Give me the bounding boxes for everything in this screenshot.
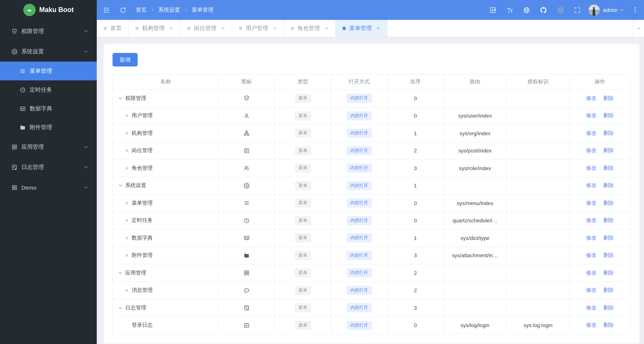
tabs-chevron-down-icon[interactable] — [633, 20, 644, 37]
edit-link[interactable]: 修改 — [586, 182, 596, 188]
row-expander-icon[interactable] — [124, 288, 129, 293]
tab-home[interactable]: 首页 — [97, 20, 129, 37]
fullscreen-icon[interactable] — [573, 6, 581, 14]
table-row: 系统设置 菜单 内部打开 1 修改 删除 — [113, 177, 630, 194]
tab-close-icon[interactable] — [221, 26, 225, 31]
row-expander-icon[interactable] — [124, 114, 129, 118]
edit-link[interactable]: 修改 — [586, 112, 596, 118]
row-expander-icon[interactable] — [118, 306, 123, 310]
delete-link[interactable]: 删除 — [603, 182, 614, 188]
delete-link[interactable]: 删除 — [603, 200, 614, 206]
sidebar-item-schedule[interactable]: 定时任务 — [0, 80, 97, 99]
add-button[interactable]: 新增 — [112, 53, 138, 67]
tab-menu[interactable]: 菜单管理 — [336, 20, 388, 37]
sidebar-item-menu[interactable]: 菜单管理 — [0, 62, 97, 80]
tab-role[interactable]: 角色管理 — [284, 20, 336, 37]
row-expander-icon[interactable] — [124, 236, 129, 240]
row-name: 岗位管理 — [132, 147, 153, 154]
id-card-icon — [218, 316, 275, 334]
edit-link[interactable]: 修改 — [586, 95, 596, 101]
tab-org[interactable]: 机构管理 — [129, 20, 180, 37]
edit-link[interactable]: 修改 — [586, 304, 596, 310]
sidebar: Maku Boot 权限管理 系统设置 菜单管理 定时任务 数据字典 附件管理 … — [0, 0, 97, 344]
username[interactable]: admin — [603, 7, 618, 13]
delete-link[interactable]: 删除 — [603, 235, 614, 241]
row-expander-icon[interactable] — [124, 166, 129, 170]
sidebar-item-demo[interactable]: Demo — [0, 177, 97, 198]
user-chevron-down-icon[interactable] — [620, 8, 624, 12]
sidebar-item-app[interactable]: 应用管理 — [0, 137, 97, 157]
sidebar-item-permission[interactable]: 权限管理 — [0, 21, 97, 41]
refresh-icon[interactable] — [119, 6, 127, 14]
table-row: 登录日志 菜单 内部打开 0 sys/log/login sys:log:log… — [113, 316, 630, 334]
row-expander-icon[interactable] — [118, 96, 123, 101]
chevron-down-icon — [84, 165, 88, 169]
content-card: 新增 名称图标类型打开方式排序路由授权标识操作 权限管理 菜单 内部打开 0 修… — [104, 44, 640, 343]
row-name: 机构管理 — [132, 130, 153, 137]
edit-link[interactable]: 修改 — [586, 322, 596, 328]
delete-link[interactable]: 删除 — [603, 252, 614, 258]
sidebar-item-system[interactable]: 系统设置 — [0, 41, 97, 62]
table-row: 机构管理 菜单 内部打开 1 sys/org/index 修改 删除 — [113, 124, 630, 142]
delete-link[interactable]: 删除 — [603, 112, 614, 118]
tab-dot — [342, 27, 346, 30]
delete-link[interactable]: 删除 — [603, 287, 614, 293]
delete-link[interactable]: 删除 — [603, 270, 614, 276]
breadcrumb-item-home[interactable]: 首页 — [136, 7, 147, 14]
type-badge: 菜单 — [295, 269, 311, 277]
row-name: 定时任务 — [132, 217, 153, 224]
tab-close-icon[interactable] — [324, 26, 328, 31]
edit-link[interactable]: 修改 — [586, 130, 596, 136]
row-route — [444, 177, 506, 194]
tab-close-icon[interactable] — [169, 26, 173, 31]
row-perm — [506, 90, 570, 107]
delete-link[interactable]: 删除 — [603, 165, 614, 171]
column-header: 图标 — [218, 74, 275, 90]
gitee-icon[interactable] — [556, 6, 564, 14]
delete-link[interactable]: 删除 — [603, 95, 614, 101]
chevron-down-icon — [84, 185, 88, 190]
sidebar-item-log[interactable]: 日志管理 — [0, 157, 97, 177]
delete-link[interactable]: 删除 — [603, 304, 614, 310]
row-expander-icon[interactable] — [124, 131, 129, 136]
edit-link[interactable]: 修改 — [586, 235, 596, 241]
edit-link[interactable]: 修改 — [586, 165, 596, 171]
edit-link[interactable]: 修改 — [586, 147, 596, 153]
avatar[interactable] — [588, 4, 600, 16]
row-expander-icon[interactable] — [124, 148, 129, 153]
tab-close-icon[interactable] — [273, 26, 277, 31]
delete-link[interactable]: 删除 — [603, 217, 614, 223]
table-row: 用户管理 菜单 内部打开 0 sys/user/index 修改 删除 — [113, 107, 630, 124]
tab-close-icon[interactable] — [376, 26, 380, 31]
edit-link[interactable]: 修改 — [586, 252, 596, 258]
app-logo: Maku Boot — [0, 0, 97, 20]
row-expander-icon[interactable] — [118, 184, 123, 188]
collapse-sidebar-icon[interactable] — [103, 6, 110, 14]
edit-link[interactable]: 修改 — [586, 200, 596, 206]
more-menu-icon[interactable] — [632, 7, 639, 14]
delete-link[interactable]: 删除 — [603, 147, 614, 153]
translate-icon[interactable] — [489, 6, 496, 14]
row-expander-icon[interactable] — [124, 323, 129, 328]
tab-user[interactable]: 用户管理 — [232, 20, 284, 37]
breadcrumb-item-system[interactable]: 系统设置 — [158, 7, 180, 14]
type-badge: 菜单 — [295, 112, 311, 120]
row-expander-icon[interactable] — [124, 201, 129, 205]
breadcrumb-item-menu[interactable]: 菜单管理 — [192, 7, 214, 14]
edit-link[interactable]: 修改 — [586, 270, 596, 276]
edit-link[interactable]: 修改 — [586, 217, 596, 223]
github-icon[interactable] — [540, 6, 547, 14]
tab-post[interactable]: 岗位管理 — [180, 20, 232, 37]
sidebar-item-dict[interactable]: 数据字典 — [0, 99, 97, 118]
delete-link[interactable]: 删除 — [603, 130, 614, 136]
sidebar-item-attachment[interactable]: 附件管理 — [0, 118, 97, 137]
edit-link[interactable]: 修改 — [586, 287, 596, 293]
globe-icon[interactable] — [523, 6, 530, 14]
row-expander-icon[interactable] — [124, 218, 129, 223]
font-size-icon[interactable] — [506, 6, 513, 14]
delete-link[interactable]: 删除 — [603, 322, 614, 328]
row-perm — [506, 194, 570, 212]
row-expander-icon[interactable] — [124, 253, 129, 258]
row-name: 系统设置 — [125, 182, 146, 189]
row-expander-icon[interactable] — [118, 271, 123, 275]
